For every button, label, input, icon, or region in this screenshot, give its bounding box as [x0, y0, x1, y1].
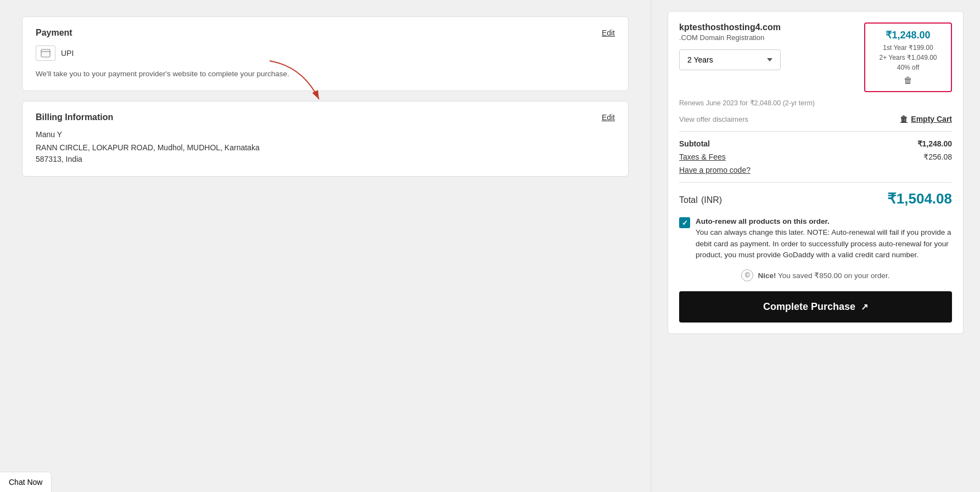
subtotal-value: ₹1,248.00: [917, 139, 953, 148]
domain-name: kptesthosthosting4.com: [679, 22, 781, 32]
subtotal-label: Subtotal: [679, 139, 710, 148]
external-link-icon: ↗: [861, 302, 868, 312]
payment-method-row: UPI: [36, 46, 615, 61]
billing-address-line1: RANN CIRCLE, LOKAPUR ROAD, Mudhol, MUDHO…: [36, 142, 615, 154]
billing-address-line2: 587313, India: [36, 154, 615, 165]
taxes-link[interactable]: Taxes & Fees: [679, 152, 726, 161]
discount-label: 40% off: [874, 63, 942, 72]
delete-item-icon[interactable]: 🗑: [874, 76, 942, 86]
year-selector-row: 1 Year 2 Years 3 Years 5 Years: [679, 49, 781, 70]
payment-edit-link[interactable]: Edit: [602, 29, 615, 37]
divider-2: [679, 182, 952, 183]
savings-icon: ©: [741, 269, 753, 281]
savings-text: Nice! You saved ₹850.00 on your order.: [758, 271, 889, 280]
payment-note: We'll take you to your payment provider'…: [36, 69, 615, 80]
promo-row: Have a promo code?: [679, 166, 952, 174]
autorenew-text: Auto-renew all products on this order. Y…: [696, 216, 952, 261]
multi-year-price: 2+ Years ₹1,049.00: [874, 53, 942, 63]
autorenew-section: Auto-renew all products on this order. Y…: [679, 216, 952, 261]
complete-purchase-button[interactable]: Complete Purchase ↗: [679, 291, 952, 323]
price-box-container: ₹1,248.00 1st Year ₹199.00 2+ Years ₹1,0…: [864, 22, 952, 92]
domain-type: .COM Domain Registration: [679, 33, 781, 42]
promo-link[interactable]: Have a promo code?: [679, 166, 751, 174]
total-amount: ₹1,504.08: [887, 190, 952, 207]
billing-card-header: Billing Information Edit: [36, 112, 615, 122]
payment-card: Payment Edit UPI We'll take you to your …: [22, 16, 629, 91]
empty-cart-button[interactable]: 🗑 Empty Cart: [900, 115, 952, 123]
cart-actions-row: View offer disclaimers 🗑 Empty Cart: [679, 115, 952, 123]
divider-1: [679, 131, 952, 132]
year-select[interactable]: 1 Year 2 Years 3 Years 5 Years: [679, 49, 781, 70]
domain-info: kptesthosthosting4.com .COM Domain Regis…: [679, 22, 781, 76]
autorenew-checkbox[interactable]: [679, 217, 690, 228]
autorenew-note: You can always change this later. NOTE: …: [696, 228, 951, 259]
total-currency: (INR): [701, 195, 722, 205]
total-label: Total (INR): [679, 192, 722, 206]
payment-title: Payment: [36, 28, 72, 38]
savings-row: © Nice! You saved ₹850.00 on your order.: [679, 269, 952, 281]
upi-label: UPI: [61, 49, 74, 58]
subtotal-row: Subtotal ₹1,248.00: [679, 139, 952, 148]
payment-card-header: Payment Edit: [36, 28, 615, 38]
complete-purchase-label: Complete Purchase: [763, 301, 855, 313]
billing-name: Manu Y: [36, 130, 615, 139]
billing-title: Billing Information: [36, 112, 113, 122]
billing-edit-link[interactable]: Edit: [602, 113, 615, 122]
price-box: ₹1,248.00 1st Year ₹199.00 2+ Years ₹1,0…: [864, 22, 952, 92]
taxes-row: Taxes & Fees ₹256.08: [679, 152, 952, 161]
taxes-value: ₹256.08: [923, 152, 952, 161]
chat-now-label: Chat Now: [9, 478, 42, 487]
left-panel: Payment Edit UPI We'll take you to your …: [0, 0, 651, 492]
total-row: Total (INR) ₹1,504.08: [679, 190, 952, 207]
renewal-note: Renews June 2023 for ₹2,048.00 (2-yr ter…: [679, 99, 952, 107]
first-year-price: 1st Year ₹199.00: [874, 43, 942, 53]
upi-icon: [36, 46, 55, 61]
billing-card: Billing Information Edit Manu Y RANN CIR…: [22, 101, 629, 177]
svg-rect-0: [41, 49, 50, 57]
offer-disclaimers-link[interactable]: View offer disclaimers: [679, 115, 748, 123]
chat-now-button[interactable]: Chat Now: [0, 472, 52, 492]
autorenew-title: Auto-renew all products on this order.: [696, 217, 830, 225]
order-summary-card: kptesthosthosting4.com .COM Domain Regis…: [668, 11, 964, 334]
trash-icon: 🗑: [900, 115, 908, 123]
main-price: ₹1,248.00: [874, 29, 942, 41]
right-panel: kptesthosthosting4.com .COM Domain Regis…: [651, 0, 980, 492]
